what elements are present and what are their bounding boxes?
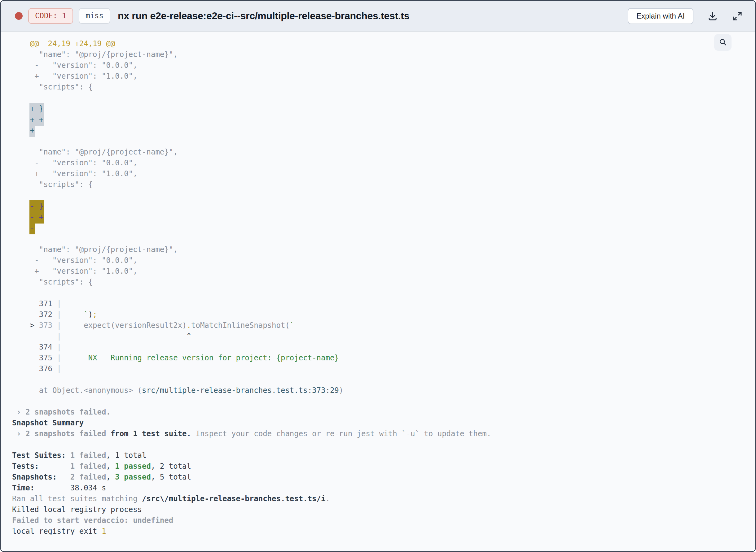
terminal-line [12,136,755,147]
explain-with-ai-button[interactable]: Explain with AI [628,8,693,24]
terminal-line: 372 | `); [12,309,755,320]
expand-icon [732,11,743,22]
terminal-line: + } [12,103,755,114]
task-output-window: CODE: 1 miss nx run e2e-release:e2e-ci--… [0,0,756,552]
page-title: nx run e2e-release:e2e-ci--src/multiple-… [118,10,409,22]
terminal-line: 371 | [12,298,755,309]
terminal-line: 376 | [12,364,755,374]
terminal-line [12,374,755,385]
terminal-line: › 2 snapshots failed. [12,407,755,418]
search-icon [719,38,727,47]
terminal-line: "name": "@proj/{project-name}", [12,244,755,255]
terminal-line: - + [12,212,755,223]
terminal-line: 374 | [12,342,755,353]
terminal-line: Failed to start verdaccio: undefined [12,515,755,526]
header-actions: Explain with AI [628,8,743,24]
terminal-line: Test Suites: 1 failed, 1 total [12,450,755,461]
task-header: CODE: 1 miss nx run e2e-release:e2e-ci--… [1,1,755,32]
terminal-line: › 2 snapshots failed from 1 test suite. … [12,428,755,439]
search-button[interactable] [714,34,732,51]
terminal-line: at Object.<anonymous> (src/multiple-rele… [12,385,755,396]
terminal-line: Time: 38.034 s [12,482,755,494]
terminal-line: - "version": "0.0.0", [12,158,755,168]
terminal-line [12,93,755,103]
terminal-line [12,190,755,201]
status-dot [15,12,23,20]
terminal-panel[interactable]: @@ -24,19 +24,19 @@ "name": "@proj/{proj… [1,32,755,551]
terminal-line: "name": "@proj/{project-name}", [12,49,755,60]
terminal-line: > 373 | expect(versionResult2x).toMatchI… [12,320,755,331]
terminal-line: + + [12,114,755,125]
terminal-line: Snapshot Summary [12,418,755,428]
terminal-line: + "version": "1.0.0", [12,168,755,179]
terminal-line: | ^ [12,331,755,342]
terminal-line: Killed local registry process [12,504,755,515]
terminal-line: 375 | NX Running release version for pro… [12,353,755,364]
download-button[interactable] [707,11,718,22]
expand-button[interactable] [732,11,743,22]
terminal-line: "scripts": { [12,82,755,93]
terminal-line: - "version": "0.0.0", [12,60,755,71]
terminal-output: @@ -24,19 +24,19 @@ "name": "@proj/{proj… [1,32,755,546]
terminal-line: Snapshots: 2 failed, 3 passed, 5 total [12,472,755,482]
terminal-line: @@ -24,19 +24,19 @@ [12,38,755,49]
terminal-line [12,439,755,450]
terminal-line: - "version": "0.0.0", [12,255,755,266]
terminal-line [12,396,755,407]
terminal-line: + [12,125,755,136]
terminal-line: Ran all test suites matching /src\/multi… [12,494,755,504]
terminal-line [12,234,755,244]
terminal-line: "scripts": { [12,277,755,288]
terminal-line: "name": "@proj/{project-name}", [12,147,755,158]
terminal-line: Tests: 1 failed, 1 passed, 2 total [12,461,755,472]
terminal-line: - } [12,201,755,212]
exit-code-badge: CODE: 1 [28,8,73,24]
terminal-line [12,288,755,298]
cache-miss-badge: miss [79,8,110,24]
download-icon [707,11,718,22]
terminal-line: + "version": "1.0.0", [12,71,755,82]
terminal-line: "scripts": { [12,179,755,190]
terminal-line: local registry exit 1 [12,526,755,537]
terminal-line: + "version": "1.0.0", [12,266,755,277]
terminal-line: - [12,223,755,234]
